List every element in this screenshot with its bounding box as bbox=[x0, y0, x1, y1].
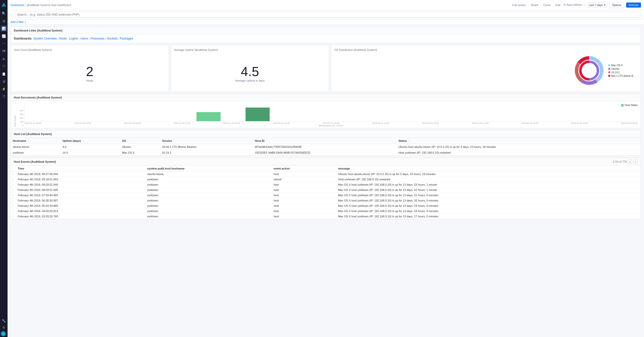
clone-button[interactable]: Clone bbox=[542, 3, 552, 8]
link-system-overview[interactable]: System Overview bbox=[33, 37, 57, 40]
expand-btn[interactable]: › bbox=[11, 193, 16, 198]
cell-uptime: 4.0 bbox=[60, 144, 120, 150]
search-input[interactable] bbox=[15, 12, 641, 18]
edit-button[interactable]: Edit bbox=[554, 3, 562, 8]
sidebar-icon-visualize[interactable]: 📈 bbox=[1, 33, 7, 39]
event-hostname: yorktown bbox=[145, 209, 272, 214]
sidebar-icon-maps[interactable]: 🗺 bbox=[1, 48, 7, 54]
sidebar-icon-logs[interactable]: 📋 bbox=[1, 71, 7, 77]
expand-btn[interactable]: › bbox=[11, 187, 16, 193]
expand-btn[interactable]: › bbox=[11, 209, 16, 214]
table-row: ubuntu-bionic 4.0 Ubuntu 18.04.1 LTS (Bi… bbox=[11, 144, 641, 150]
sort-icon-hostname: ↕ bbox=[27, 140, 29, 142]
prev-page-button[interactable]: ‹ bbox=[628, 159, 632, 164]
expand-btn[interactable]: › bbox=[11, 177, 16, 182]
add-filter-button[interactable]: Add a filter + bbox=[11, 20, 26, 23]
sidebar-icon-search[interactable]: 🔍 bbox=[1, 10, 7, 16]
cell-version: 10.14.2 bbox=[160, 150, 253, 156]
expand-btn[interactable]: › bbox=[11, 214, 16, 219]
legend-item-ubuntu: Ubuntu bbox=[608, 68, 636, 70]
link-users[interactable]: Users bbox=[80, 37, 88, 40]
sidebar-icon-apm[interactable]: ⚡ bbox=[1, 86, 7, 92]
topbar-actions: Full screen Share Clone Edit ↻ Auto-refr… bbox=[511, 2, 641, 8]
os-distribution-body: Mac OS X Ubuntu 10.14.2 Bioi.1 LTS bbox=[334, 53, 638, 88]
sidebar-icon-management[interactable]: ⚙ bbox=[1, 324, 7, 330]
event-hostname: yorktown bbox=[145, 187, 272, 193]
host-list-title: Host List [Auditbeat System] bbox=[11, 130, 641, 138]
host-count-label: Hosts bbox=[86, 79, 93, 82]
cell-hostid: 6f7be6fb33e6c77f057266415c094408 bbox=[253, 144, 396, 150]
sidebar-icon-grid[interactable]: ⊞ bbox=[1, 18, 7, 24]
cell-version: 18.04.1 LTS (Bionic Beaver) bbox=[160, 144, 253, 150]
yaxis-values: 400 300 200 100 0 bbox=[17, 109, 23, 127]
col-message[interactable]: message ↕ bbox=[336, 166, 641, 172]
expand-btn[interactable]: › bbox=[11, 198, 16, 203]
link-hosts[interactable]: Hosts bbox=[59, 37, 67, 40]
sidebar-icon-siem[interactable]: 🛡 bbox=[1, 63, 7, 69]
link-sockets[interactable]: Sockets bbox=[107, 37, 118, 40]
dashboard-links-panel: Dashboard Links [Auditbeat System] Dashb… bbox=[11, 27, 641, 43]
cell-status: Host yorktown (IP: 192.168.0.10) restart… bbox=[396, 150, 641, 156]
list-item: › February 4th 2019, 09:03:51.049 yorkto… bbox=[11, 182, 641, 187]
sidebar-icon-uptime[interactable]: ⏱ bbox=[1, 93, 7, 99]
sidebar-icon-ml[interactable]: ◈ bbox=[1, 56, 7, 62]
sidebar-icon-infra[interactable]: 🖥 bbox=[1, 78, 7, 84]
xaxis-labels: 2019-01-29 00:00 2019-01-29 12:00 2019-0… bbox=[24, 122, 638, 124]
event-hostname: yorktown bbox=[145, 177, 272, 182]
col-uptime[interactable]: Uptime (days) ↕ bbox=[60, 138, 120, 144]
sidebar-icon-timelion[interactable]: 〰 bbox=[1, 41, 7, 47]
col-event-hostname[interactable]: system.audit.host.hostname ↕ bbox=[145, 166, 272, 172]
xaxis-sublabel: @timestamp per 3 hours bbox=[24, 124, 638, 127]
dashboard-links-list: Dashboards: System Overview | Hosts | Lo… bbox=[14, 37, 638, 40]
breadcrumb-current: [Auditbeat System] Host Dashboard bbox=[27, 4, 71, 7]
event-hostname: ubuntu-bionic bbox=[145, 172, 272, 177]
event-action: host bbox=[272, 187, 336, 193]
host-count-center: 2 Hosts bbox=[14, 53, 166, 93]
svg-marker-0 bbox=[2, 3, 6, 7]
refresh-button[interactable]: Refresh bbox=[626, 3, 641, 8]
event-time: February 4th 2019, 09:03:51.049 bbox=[16, 182, 145, 187]
col-os[interactable]: OS ↕ bbox=[120, 138, 160, 144]
fullscreen-button[interactable]: Full screen bbox=[511, 3, 527, 8]
event-time: February 4th 2019, 04:03:20.814 bbox=[16, 209, 145, 214]
col-hostid[interactable]: Host ID ↕ bbox=[253, 138, 396, 144]
app-logo[interactable] bbox=[1, 2, 7, 8]
link-packages[interactable]: Packages bbox=[120, 37, 133, 40]
breadcrumb: Dashboard / [Auditbeat System] Host Dash… bbox=[11, 4, 511, 7]
expand-btn[interactable]: › bbox=[11, 203, 16, 209]
chart-legend: Host States bbox=[621, 104, 638, 107]
event-action: reboot bbox=[272, 177, 336, 182]
sidebar-icon-dashboard[interactable]: 📊 bbox=[1, 25, 7, 31]
options-button[interactable]: Options bbox=[609, 2, 624, 8]
bar-7 bbox=[196, 112, 221, 121]
share-button[interactable]: Share bbox=[529, 3, 540, 8]
sidebar-icon-devtools[interactable]: 🔧 bbox=[1, 318, 7, 324]
next-page-button[interactable]: › bbox=[633, 159, 638, 164]
legend-dot-1014 bbox=[608, 71, 610, 73]
time-range-picker[interactable]: Last 7 days ▾ bbox=[587, 2, 607, 8]
expand-btn[interactable]: › bbox=[11, 182, 16, 187]
col-hostname[interactable]: Hostname ↕ bbox=[11, 138, 60, 144]
cell-status: Ubuntu host ubuntu-bionic (IP: 10.0.2.15… bbox=[396, 144, 641, 150]
col-event-action[interactable]: event.action ↕ bbox=[272, 166, 336, 172]
col-status[interactable]: Status ↕ bbox=[396, 138, 641, 144]
dashboard-links-title: Dashboard Links [Auditbeat System] bbox=[11, 27, 641, 34]
avg-uptime-title: Average Uptime [Auditbeat System] bbox=[174, 48, 326, 51]
event-action: host bbox=[272, 172, 336, 177]
sort-icon-status: ↕ bbox=[408, 140, 410, 142]
table-row: yorktown 14.0 Mac OS X 10.14.2 155320EF-… bbox=[11, 150, 641, 156]
list-item: › February 4th 2019, 08:03:51.000 yorkto… bbox=[11, 187, 641, 193]
expand-btn[interactable]: › bbox=[11, 172, 16, 177]
cell-os: Mac OS X bbox=[120, 150, 160, 156]
bar-chart-area: 2019-01-29 00:00 2019-01-29 12:00 2019-0… bbox=[24, 104, 638, 127]
event-action: host bbox=[272, 198, 336, 203]
bar-9 bbox=[246, 108, 270, 121]
sidebar-icon-user[interactable]: U bbox=[1, 331, 6, 336]
event-action: host bbox=[272, 209, 336, 214]
avg-uptime-label: Average Uptime in days bbox=[235, 79, 265, 82]
breadcrumb-dashboard[interactable]: Dashboard bbox=[11, 4, 24, 7]
col-version[interactable]: Version ↕ bbox=[160, 138, 253, 144]
link-logins[interactable]: Logins bbox=[69, 37, 78, 40]
col-time[interactable]: Time ↕ bbox=[16, 166, 145, 172]
link-processes[interactable]: Processes bbox=[91, 37, 105, 40]
